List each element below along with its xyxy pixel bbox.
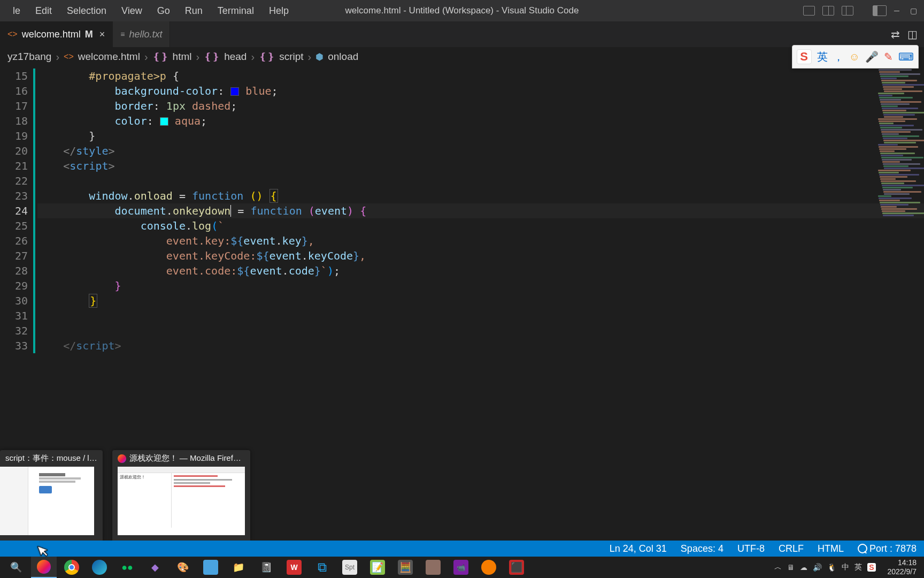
breadcrumb-script[interactable]: script [279, 51, 303, 63]
chevron-right-icon: › [251, 51, 255, 63]
line-number: 17 [0, 98, 28, 113]
tray-sogou-icon[interactable]: S [867, 563, 875, 572]
tray-qq-icon[interactable]: 🐧 [827, 563, 836, 572]
split-editor-icon[interactable]: ◫ [907, 28, 918, 41]
taskbar-visualstudio[interactable]: ◆ [142, 557, 168, 578]
tray-monitor-icon[interactable]: 🖥 [787, 563, 795, 572]
menu-view[interactable]: View [114, 2, 150, 20]
line-number: 25 [0, 218, 28, 233]
taskbar-window-previews: script：事件：mouse / l… 源栈欢迎您！ — Mozilla Fi… [0, 450, 250, 541]
line-number: 30 [0, 293, 28, 308]
ime-language[interactable]: 英 [817, 50, 828, 64]
chevron-right-icon: › [196, 51, 200, 63]
window-preview[interactable]: 源栈欢迎您！ — Mozilla Firef… 源栈欢迎您！ [112, 450, 250, 541]
menu-selection[interactable]: Selection [59, 2, 114, 20]
panel-toggle-icon[interactable] [873, 5, 887, 16]
windows-taskbar: 🔍 ●● ◆ 🎨 📁 📓 W ⧉ Spt 📝 🧮 📹 ⬛ ︿ 🖥 ☁ 🔊 🐧 中… [0, 557, 924, 578]
ime-emoji-icon[interactable]: ☺ [849, 51, 860, 63]
line-number: 19 [0, 128, 28, 143]
compare-changes-icon[interactable]: ⇄ [891, 28, 900, 41]
taskbar-notepadpp[interactable]: 📝 [365, 557, 390, 578]
layout-centered-icon[interactable] [842, 6, 853, 16]
taskbar-paint[interactable]: 🎨 [170, 557, 196, 578]
taskbar-snipaste[interactable]: Spt [337, 557, 363, 578]
menu-file[interactable]: le [5, 2, 28, 20]
brace-icon: ❴❵ [259, 51, 275, 63]
tab-hello-txt[interactable]: ≡ hello.txt [113, 21, 170, 47]
status-cursor-position[interactable]: Ln 24, Col 31 [610, 543, 667, 554]
window-title: welcome.html - Untitled (Workspace) - Vi… [345, 5, 579, 16]
line-number: 31 [0, 308, 28, 323]
breadcrumb-folder[interactable]: yz17bang [7, 51, 51, 63]
taskbar-edge[interactable] [87, 557, 112, 578]
ime-punct[interactable]: ， [833, 50, 844, 64]
line-number: 22 [0, 173, 28, 188]
line-number: 20 [0, 143, 28, 158]
breadcrumb-head[interactable]: head [224, 51, 247, 63]
status-language[interactable]: HTML [818, 543, 844, 554]
line-number: 18 [0, 113, 28, 128]
minimap[interactable] [876, 66, 924, 291]
broadcast-icon [858, 544, 867, 553]
line-number: 15 [0, 69, 28, 83]
taskbar-wechat[interactable]: ●● [114, 557, 140, 578]
menu-bar: le Edit Selection View Go Run Terminal H… [0, 0, 924, 21]
ime-voice-icon[interactable]: 🎤 [865, 50, 879, 63]
tab-close-icon[interactable]: × [97, 29, 105, 40]
layout-single-icon[interactable] [803, 6, 815, 16]
ime-edit-icon[interactable]: ✎ [884, 50, 893, 63]
tray-ime-cn[interactable]: 中 [842, 562, 849, 572]
text-file-icon: ≡ [120, 30, 125, 39]
tab-welcome-html[interactable]: <> welcome.html M × [0, 21, 113, 47]
status-encoding[interactable]: UTF-8 [737, 543, 765, 554]
menu-terminal[interactable]: Terminal [210, 2, 261, 20]
tray-onedrive-icon[interactable]: ☁ [800, 563, 807, 572]
menu-run[interactable]: Run [178, 2, 210, 20]
taskbar-wps[interactable]: W [281, 557, 307, 578]
html-file-icon: <> [64, 52, 74, 62]
brace-icon: ❴❵ [204, 51, 220, 63]
ime-toolbar[interactable]: S 英 ， ☺ 🎤 ✎ ⌨ [792, 45, 919, 69]
breadcrumb-html[interactable]: html [173, 51, 192, 63]
minimize-icon[interactable]: ─ [894, 6, 903, 15]
line-number: 29 [0, 278, 28, 293]
brace-icon: ❴❵ [152, 51, 168, 63]
taskbar-app-brown[interactable] [420, 557, 446, 578]
ime-keyboard-icon[interactable]: ⌨ [898, 50, 914, 63]
taskbar-app-blue[interactable] [198, 557, 224, 578]
line-number: 32 [0, 323, 28, 338]
chevron-right-icon: › [56, 51, 59, 63]
breadcrumb-onload[interactable]: onload [328, 51, 358, 63]
firefox-icon [118, 454, 126, 463]
color-swatch-icon [230, 87, 239, 96]
breadcrumb-file[interactable]: welcome.html [78, 51, 140, 63]
taskbar-clock[interactable]: 14:18 2022/9/7 [888, 558, 917, 577]
layout-split-icon[interactable] [822, 6, 834, 16]
maximize-icon[interactable]: ▢ [910, 6, 919, 15]
line-number: 24 [0, 203, 28, 218]
status-port[interactable]: Port : 7878 [858, 543, 917, 554]
system-tray[interactable]: ︿ 🖥 ☁ 🔊 🐧 中 英 S [774, 562, 875, 572]
taskbar-calculator[interactable]: 🧮 [392, 557, 418, 578]
menu-help[interactable]: Help [261, 2, 296, 20]
status-eol[interactable]: CRLF [779, 543, 804, 554]
line-number: 28 [0, 263, 28, 278]
tray-chevron-up-icon[interactable]: ︿ [774, 562, 782, 572]
cube-icon: ⬢ [315, 51, 324, 63]
line-number: 26 [0, 233, 28, 248]
taskbar-app-red[interactable]: ⬛ [504, 557, 529, 578]
status-indentation[interactable]: Spaces: 4 [681, 543, 723, 554]
taskbar-vscode[interactable]: ⧉ [309, 557, 335, 578]
taskbar-app-purple[interactable]: 📹 [448, 557, 474, 578]
taskbar-notepad[interactable]: 📓 [253, 557, 279, 578]
taskbar-explorer[interactable]: 📁 [226, 557, 251, 578]
window-preview[interactable]: script：事件：mouse / l… [0, 450, 103, 541]
taskbar-chrome[interactable] [59, 557, 84, 578]
menu-edit[interactable]: Edit [28, 2, 59, 20]
taskbar-app-orange[interactable] [476, 557, 502, 578]
menu-go[interactable]: Go [150, 2, 178, 20]
tab-bar: <> welcome.html M × ≡ hello.txt ⇄ ◫ [0, 21, 924, 47]
tray-volume-icon[interactable]: 🔊 [813, 563, 822, 572]
tray-ime-en[interactable]: 英 [854, 562, 862, 572]
taskbar-search-icon[interactable]: 🔍 [3, 557, 29, 578]
